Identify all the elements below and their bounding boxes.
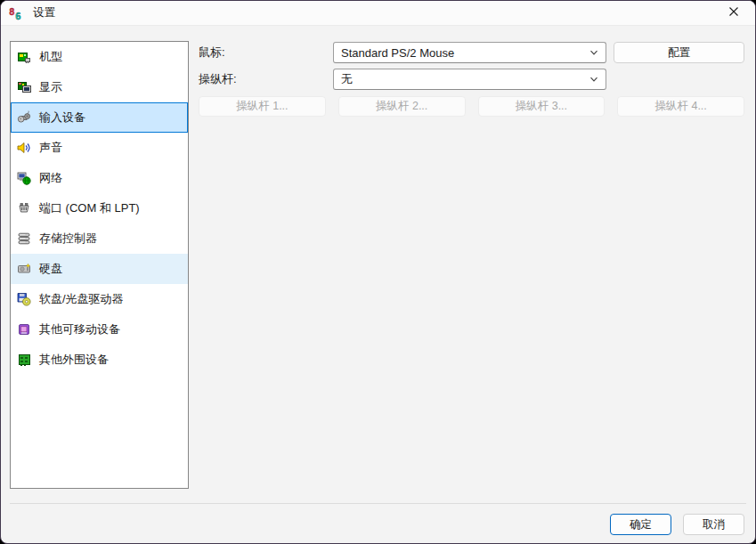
chevron-down-icon [589,74,599,85]
machine-icon [17,50,31,64]
sidebar-item-label: 软盘/光盘驱动器 [39,291,124,307]
sidebar-item-label: 网络 [39,170,62,186]
display-icon [17,80,31,94]
app-86box-logo-icon: 8 6 [9,6,25,20]
sidebar-item-removable-devices[interactable]: 其他可移动设备 [11,314,188,345]
sidebar-item-display[interactable]: 显示 [11,72,188,102]
sidebar-item-sound[interactable]: 声音 [11,133,188,163]
sidebar-item-label: 硬盘 [39,261,62,277]
cancel-button[interactable]: 取消 [683,514,744,535]
ports-icon [17,201,31,215]
sidebar-item-ports[interactable]: 端口 (COM 和 LPT) [11,193,188,223]
sound-icon [17,141,31,155]
input-devices-icon [17,110,31,125]
hard-disk-icon [17,262,31,276]
joystick-select-value: 无 [341,71,353,87]
sidebar-item-network[interactable]: 网络 [11,163,188,193]
window-title: 设置 [33,5,55,20]
sidebar-item-label: 显示 [39,79,62,95]
sidebar-item-floppy-cd[interactable]: 软盘/光盘驱动器 [11,284,188,314]
sidebar-item-machine[interactable]: 机型 [11,42,188,72]
sidebar-item-label: 端口 (COM 和 LPT) [39,200,140,216]
sidebar-item-label: 机型 [39,49,62,65]
mouse-label: 鼠标: [199,42,225,63]
joystick-4-button[interactable]: 操纵杆 4... [617,96,744,117]
removable-devices-icon [17,322,31,337]
mouse-select-value: Standard PS/2 Mouse [341,46,454,60]
joystick-2-button[interactable]: 操纵杆 2... [338,96,466,117]
mouse-select[interactable]: Standard PS/2 Mouse [333,42,606,63]
sidebar-item-label: 输入设备 [39,110,85,126]
sidebar-item-label: 存储控制器 [39,231,97,247]
ok-button[interactable]: 确定 [610,514,671,535]
chevron-down-icon [589,47,599,58]
sidebar-item-peripherals[interactable]: 其他外围设备 [11,345,188,375]
network-icon [17,171,31,185]
svg-text:6: 6 [15,11,21,20]
close-button[interactable] [714,1,753,25]
category-list: 机型 显示 [10,41,189,489]
joystick-label: 操纵杆: [199,69,237,90]
sidebar-item-label: 声音 [39,140,62,156]
joystick-3-button[interactable]: 操纵杆 3... [478,96,606,117]
sidebar-item-storage-controllers[interactable]: 存储控制器 [11,223,188,254]
sidebar-item-input-devices[interactable]: 输入设备 [11,102,188,133]
close-icon [728,6,739,20]
footer-separator [10,503,746,504]
svg-text:8: 8 [9,6,15,18]
floppy-cd-icon [17,292,31,306]
sidebar-item-label: 其他外围设备 [39,352,109,368]
settings-dialog: 8 6 设置 机型 [0,0,756,544]
joystick-select[interactable]: 无 [333,69,606,90]
sidebar-item-label: 其他可移动设备 [39,321,120,337]
joystick-1-button[interactable]: 操纵杆 1... [199,96,326,117]
title-bar: 8 6 设置 [1,1,755,26]
configure-button[interactable]: 配置 [614,42,744,63]
storage-controllers-icon [17,231,31,246]
sidebar-item-hard-disk[interactable]: 硬盘 [11,254,188,284]
joystick-buttons-row: 操纵杆 1... 操纵杆 2... 操纵杆 3... 操纵杆 4... [199,96,744,117]
peripherals-icon [17,353,31,367]
